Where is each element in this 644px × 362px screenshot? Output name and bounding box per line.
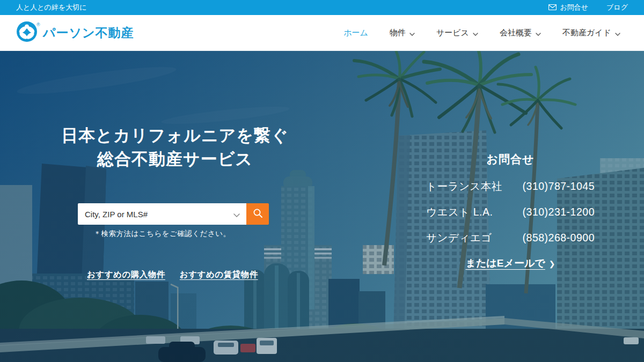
property-search: City, ZIP or MLS#	[78, 203, 269, 225]
contact-title: お問合せ	[426, 152, 595, 167]
office-row-sandiego: サンディエゴ (858)268-0900	[426, 231, 595, 245]
nav-item-guide[interactable]: 不動産ガイド	[562, 28, 620, 38]
office-name: サンディエゴ	[426, 231, 492, 245]
hero-heading-line2: 総合不動産サービス	[59, 147, 291, 171]
search-select-value: City, ZIP or MLS#	[85, 210, 148, 219]
topbar-contact-link[interactable]: お問合せ	[548, 3, 588, 12]
chevron-down-icon	[615, 28, 620, 38]
chevron-down-icon	[233, 210, 240, 219]
email-contact-link[interactable]: またはEメールで	[465, 257, 545, 269]
brand-logo[interactable]: ® パーソン不動産	[16, 21, 134, 45]
topbar: 人と人との絆を大切に お問合せ ブログ	[0, 0, 644, 15]
header: ® パーソン不動産 ホーム 物件 サービス 会社概要 不動産ガイド	[0, 15, 644, 51]
main-nav: ホーム 物件 サービス 会社概要 不動産ガイド	[343, 28, 620, 38]
chevron-down-icon	[409, 28, 415, 38]
brand-mark-icon	[16, 21, 38, 45]
nav-item-company[interactable]: 会社概要	[500, 28, 541, 38]
office-name: トーランス本社	[426, 179, 502, 194]
contact-panel: お問合せ トーランス本社 (310)787-1045 ウエスト L.A. (31…	[426, 152, 595, 270]
office-phone: (310)787-1045	[523, 180, 595, 193]
featured-buy-link[interactable]: おすすめの購入物件	[87, 269, 165, 280]
chevron-down-icon	[473, 28, 478, 38]
mail-icon	[548, 4, 557, 12]
office-phone: (310)231-1200	[523, 206, 595, 218]
search-button[interactable]	[246, 203, 269, 225]
hero-heading: 日本とカリフォルニアを繋ぐ 総合不動産サービス	[59, 124, 291, 171]
nav-item-properties[interactable]: 物件	[390, 28, 415, 38]
office-row-torrance: トーランス本社 (310)787-1045	[426, 179, 595, 194]
search-icon	[253, 208, 263, 220]
office-row-westla: ウエスト L.A. (310)231-1200	[426, 205, 595, 219]
hero-heading-line1: 日本とカリフォルニアを繋ぐ	[59, 124, 291, 147]
page: 人と人との絆を大切に お問合せ ブログ	[0, 0, 644, 362]
chevron-down-icon	[536, 28, 541, 38]
search-note: ＊検索方法はこちらをご確認ください。	[78, 229, 246, 239]
hero-section: 日本とカリフォルニアを繋ぐ 総合不動産サービス City, ZIP or MLS…	[0, 51, 644, 362]
brand-name: パーソン不動産	[43, 25, 134, 41]
registered-mark: ®	[36, 22, 40, 27]
hero-links: おすすめの購入物件 おすすめの賃貸物件	[87, 269, 258, 280]
topbar-blog-link[interactable]: ブログ	[606, 3, 628, 12]
chevron-right-icon: ❯	[549, 260, 555, 268]
nav-item-services[interactable]: サービス	[436, 28, 478, 38]
tagline: 人と人との絆を大切に	[16, 3, 87, 12]
office-phone: (858)268-0900	[523, 232, 595, 244]
nav-item-home[interactable]: ホーム	[343, 28, 368, 38]
office-name: ウエスト L.A.	[426, 205, 493, 219]
search-select[interactable]: City, ZIP or MLS#	[78, 203, 246, 225]
featured-rent-link[interactable]: おすすめの賃貸物件	[180, 269, 258, 280]
